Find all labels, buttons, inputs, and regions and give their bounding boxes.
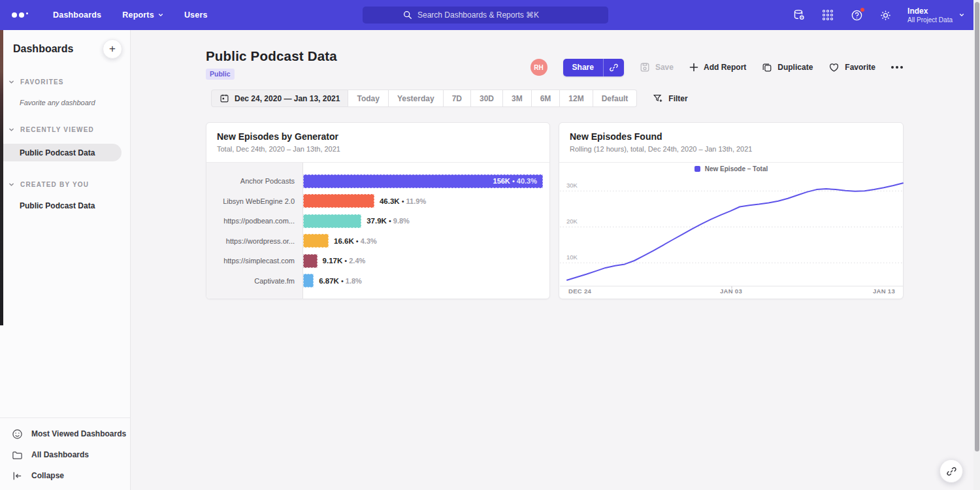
share-button[interactable]: Share xyxy=(563,59,603,76)
share-split-button: Share xyxy=(563,59,624,76)
link-icon xyxy=(946,466,957,477)
section-favorites[interactable]: FAVORITES xyxy=(0,78,130,86)
preset-yesterday[interactable]: Yesterday xyxy=(389,90,444,107)
bar-simplecast[interactable] xyxy=(303,254,318,268)
preset-6m[interactable]: 6M xyxy=(532,90,561,107)
folder-icon xyxy=(12,449,23,461)
app-logo-icon[interactable] xyxy=(12,12,28,18)
preset-7d[interactable]: 7D xyxy=(444,90,471,107)
bar-libsyn[interactable] xyxy=(303,194,374,208)
public-badge: Public xyxy=(206,69,235,80)
data-sources-icon[interactable] xyxy=(792,8,806,22)
duplicate-button[interactable]: Duplicate xyxy=(762,62,813,73)
chevron-down-icon xyxy=(959,12,964,18)
chart-title: New Episodes Found xyxy=(570,131,892,142)
header-actions: RH Share Save Add Report Duplicate Favor… xyxy=(531,59,903,76)
all-dashboards-button[interactable]: All Dashboards xyxy=(0,444,130,465)
svg-text:10K: 10K xyxy=(566,253,578,261)
copy-share-link-button[interactable] xyxy=(603,59,624,76)
chevron-down-icon xyxy=(8,79,14,85)
apps-grid-icon[interactable] xyxy=(821,8,834,22)
project-name: Index xyxy=(907,7,953,16)
svg-text:20K: 20K xyxy=(566,218,578,225)
link-icon xyxy=(609,63,619,73)
project-switcher[interactable]: Index All Project Data xyxy=(907,7,964,24)
line-plot[interactable]: 10K20K30K xyxy=(560,178,904,292)
scrollbar-thumb[interactable] xyxy=(975,2,979,451)
preset-3m[interactable]: 3M xyxy=(503,90,532,107)
duplicate-icon xyxy=(762,62,772,73)
bar-row: Libsyn WebEngine 2.0 46.3K • 11.9% xyxy=(206,191,549,212)
favorite-button[interactable]: Favorite xyxy=(828,62,875,73)
bar-row: https://simplecast.com 9.17K • 2.4% xyxy=(206,251,549,271)
avatar[interactable]: RH xyxy=(531,59,547,76)
chart-subtitle: Total, Dec 24th, 2020 – Jan 13th, 2021 xyxy=(217,145,539,153)
calendar-icon xyxy=(220,93,229,103)
top-nav: Dashboards Reports Users xyxy=(0,0,973,30)
x-axis-labels: DEC 24 JAN 03 JAN 13 xyxy=(559,287,903,297)
sidebar-item-public-podcast-data[interactable]: Public Podcast Data xyxy=(0,201,130,210)
background-window-edge xyxy=(0,30,3,325)
plus-icon xyxy=(689,63,698,72)
bar-podbean[interactable] xyxy=(303,214,361,228)
chevron-down-icon xyxy=(158,12,163,18)
filter-button[interactable]: Filter xyxy=(653,93,687,104)
help-icon[interactable] xyxy=(850,8,863,22)
bar-row: Captivate.fm 6.87K • 1.8% xyxy=(206,271,549,291)
more-options-button[interactable] xyxy=(891,66,903,69)
search-input[interactable] xyxy=(417,10,568,20)
bar-captivate[interactable] xyxy=(303,274,314,287)
chart-subtitle: Rolling (12 hours), total, Dec 24th, 202… xyxy=(570,145,892,153)
project-subtitle: All Project Data xyxy=(907,16,953,24)
section-created-by-you[interactable]: CREATED BY YOU xyxy=(0,181,130,188)
bar-wordpress[interactable] xyxy=(303,234,329,248)
bar-row: https://wordpress.or... 16.6K • 4.3% xyxy=(206,231,549,252)
date-range-picker[interactable]: Dec 24, 2020 — Jan 13, 2021 xyxy=(211,90,348,107)
preset-today[interactable]: Today xyxy=(348,90,388,107)
card-new-episodes-by-generator: New Episodes by Generator Total, Dec 24t… xyxy=(206,122,550,299)
sidebar-footer: Most Viewed Dashboards All Dashboards Co… xyxy=(0,417,130,490)
section-recently-viewed[interactable]: RECENTLY VIEWED xyxy=(0,126,130,133)
add-report-button[interactable]: Add Report xyxy=(689,63,746,72)
bar-row: Anchor Podcasts 156K • 40.3% xyxy=(206,171,549,191)
sidebar-item-public-podcast-data-selected[interactable]: Public Podcast Data xyxy=(0,144,122,161)
svg-text:30K: 30K xyxy=(566,182,578,189)
preset-30d[interactable]: 30D xyxy=(471,90,503,107)
smiley-icon xyxy=(12,429,23,440)
global-search[interactable] xyxy=(363,7,608,24)
save-button[interactable]: Save xyxy=(640,62,674,73)
search-icon xyxy=(403,10,412,20)
save-icon xyxy=(640,62,650,73)
page-title: Public Podcast Data xyxy=(206,48,337,64)
favorites-empty-text: Favorite any dashboard xyxy=(0,99,130,106)
chevron-down-icon xyxy=(8,182,14,188)
bar-chart: Anchor Podcasts 156K • 40.3% Libsyn WebE… xyxy=(206,163,549,299)
heart-icon xyxy=(828,62,840,73)
preset-12m[interactable]: 12M xyxy=(560,90,593,107)
chevron-down-icon xyxy=(8,127,14,133)
page-scrollbar xyxy=(973,0,980,490)
chart-legend: New Episode – Total xyxy=(559,165,903,172)
nav-users[interactable]: Users xyxy=(184,10,208,20)
preset-default[interactable]: Default xyxy=(593,90,638,107)
sidebar-title: Dashboards xyxy=(13,43,73,55)
settings-gear-icon[interactable] xyxy=(879,8,892,22)
nav-reports[interactable]: Reports xyxy=(122,10,163,20)
collapse-icon xyxy=(12,470,23,482)
copy-page-link-button[interactable] xyxy=(939,459,963,483)
legend-swatch xyxy=(694,166,700,172)
bar-anchor-podcasts[interactable]: 156K • 40.3% xyxy=(303,174,543,188)
date-toolbar: Dec 24, 2020 — Jan 13, 2021 Today Yester… xyxy=(211,90,688,107)
bar-row: https://podbean.com... 37.9K • 9.8% xyxy=(206,211,549,231)
nav-dashboards[interactable]: Dashboards xyxy=(53,10,101,20)
most-viewed-dashboards-button[interactable]: Most Viewed Dashboards xyxy=(0,423,130,444)
filter-funnel-icon xyxy=(653,93,663,104)
chart-title: New Episodes by Generator xyxy=(217,131,539,142)
collapse-sidebar-button[interactable]: Collapse xyxy=(0,465,130,486)
card-new-episodes-found: New Episodes Found Rolling (12 hours), t… xyxy=(559,122,904,299)
notification-dot xyxy=(860,7,865,12)
new-dashboard-button[interactable]: + xyxy=(103,39,122,59)
sidebar: Dashboards + FAVORITES Favorite any dash… xyxy=(0,30,131,490)
